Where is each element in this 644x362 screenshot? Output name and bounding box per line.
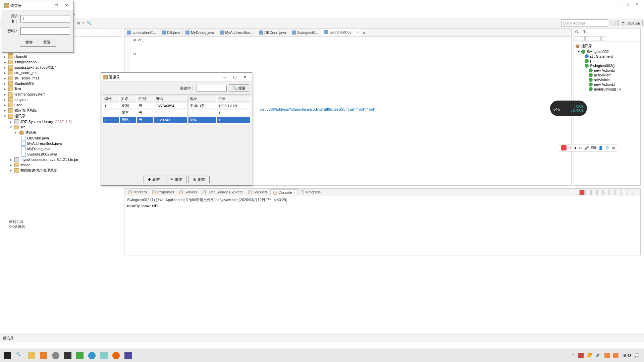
out-hide-icon[interactable] [580, 36, 585, 41]
table-header[interactable]: 生日 [217, 96, 250, 102]
outline-member[interactable]: actionPerf [575, 73, 639, 77]
app-icon[interactable] [74, 350, 86, 361]
outline-pkg[interactable]: 📦通讯录 [575, 43, 639, 49]
tray-icon[interactable] [604, 353, 610, 358]
clock[interactable]: 16:43 [622, 354, 631, 358]
project-node[interactable]: ▸ssmjtsstglxthsg7585X1B4 [3, 65, 121, 70]
editor-tab[interactable]: MyDialog.java [183, 29, 217, 36]
search-button[interactable]: 🔍 搜索 [229, 84, 249, 92]
table-row[interactable]: 2张三男11111 [103, 110, 250, 116]
perspective-javaee[interactable]: ☕ Java EE [619, 20, 643, 26]
table-header[interactable]: 电话 [154, 96, 187, 102]
tray-icon[interactable] [613, 353, 619, 358]
wifi-icon[interactable]: 📶 [587, 353, 592, 358]
outline-member[interactable]: {...} [575, 59, 639, 63]
editor-tab[interactable]: Swingtest002...× [321, 29, 362, 36]
app-icon[interactable] [38, 350, 50, 361]
maximize-button[interactable]: ▢ [623, 2, 632, 8]
tray-icon[interactable] [578, 353, 584, 358]
editor-tab[interactable]: Swingtest0... [289, 29, 321, 36]
table-row[interactable]: 3测试男1123243测试1 [103, 117, 250, 123]
password-input[interactable] [20, 27, 70, 35]
min-icon[interactable] [628, 190, 633, 195]
outline-member[interactable]: new ActionLi [575, 68, 639, 73]
submit-button[interactable]: 提交 [20, 38, 38, 47]
scroll-lock-icon[interactable] [597, 190, 603, 195]
start-button[interactable] [1, 350, 13, 361]
edit-button[interactable]: ✎ 修改 [166, 176, 186, 183]
open-console-icon[interactable] [622, 190, 627, 195]
link-editor-icon[interactable] [109, 30, 114, 35]
close-button[interactable]: ✕ [632, 2, 641, 8]
table-header[interactable]: 编号 [103, 96, 119, 102]
terminate-icon[interactable] [579, 190, 585, 195]
collapse-all-icon[interactable] [103, 30, 108, 35]
project-node[interactable]: ▸skaoshi [3, 54, 121, 59]
out-public-icon[interactable] [601, 36, 606, 41]
login-maximize-button[interactable]: ▢ [51, 3, 61, 9]
app-icon[interactable] [50, 350, 62, 361]
firefox-icon[interactable] [110, 350, 122, 361]
notification-icon[interactable]: 💬 [635, 353, 639, 358]
editor-tab[interactable]: applicationC... [124, 29, 159, 36]
project-node[interactable]: ▸ssmgrogshop [3, 59, 121, 65]
outline-member[interactable]: new ActionLi [575, 82, 639, 87]
console-tab[interactable]: 📋 Progress [298, 189, 323, 195]
view-menu-icon[interactable] [115, 30, 120, 35]
perspective-switcher-icon[interactable]: ⊞ [610, 20, 618, 26]
username-input[interactable] [20, 15, 70, 22]
remove-launch-icon[interactable] [585, 190, 591, 195]
table-header[interactable]: 性别 [137, 96, 153, 102]
outline-member[interactable]: setVisible [575, 77, 639, 82]
login-minimize-button[interactable]: — [41, 3, 51, 9]
addr-close-button[interactable]: ✕ [240, 74, 250, 80]
console-tab[interactable]: 📋 Data Source Explorer [200, 189, 245, 195]
ime-lang[interactable]: 中 [569, 145, 572, 150]
contacts-table[interactable]: 编号姓名性别电话地址生日 1夏利男165746854中国山东1996.12.20… [102, 95, 251, 124]
out-filter-icon[interactable] [585, 36, 590, 41]
search-icon[interactable]: 🔍 [13, 350, 25, 361]
outline-member[interactable]: Swingtest002() [575, 63, 639, 68]
console-tab[interactable]: 📋 Markers [126, 189, 149, 195]
addr-maximize-button[interactable]: ▢ [230, 74, 240, 80]
table-header[interactable]: 地址 [188, 96, 216, 102]
edge-icon[interactable] [86, 350, 98, 361]
out-fields-icon[interactable] [591, 36, 595, 41]
outline-member[interactable]: st : Statement [575, 54, 639, 59]
editor-tab[interactable]: DB.java [159, 29, 183, 36]
outline-class[interactable]: ▾Swingtest002 [575, 49, 639, 54]
console-tab[interactable]: 📋 Servers [177, 189, 199, 195]
ime-toolbar[interactable]: 中 ●☺🎤⌨👤👕⊞ [559, 144, 617, 152]
minimize-button[interactable]: — [613, 2, 623, 8]
outline-member[interactable]: main(String[]) : v [575, 87, 639, 92]
table-header[interactable]: 姓名 [120, 96, 136, 102]
editor-tab[interactable]: DBConn.java [256, 29, 289, 36]
add-button[interactable]: ⊕ 新增 [144, 176, 164, 183]
clear-console-icon[interactable] [603, 190, 609, 195]
console-tab[interactable]: 📋 Console × [270, 189, 298, 195]
volume-icon[interactable]: 🔊 [596, 353, 601, 358]
max-icon[interactable] [634, 190, 639, 195]
network-monitor-widget[interactable]: 64% ↑ 0K/s ↓ 0.4K/s [550, 101, 587, 116]
pin-console-icon[interactable] [609, 190, 615, 195]
console-tab[interactable]: 📋 Properties [150, 189, 176, 195]
tray-chevron-icon[interactable]: ⌃ [572, 353, 575, 358]
app-icon[interactable] [62, 350, 74, 361]
outline-tab[interactable]: O... [575, 30, 581, 34]
reset-button[interactable]: 重置 [38, 38, 56, 47]
delete-button[interactable]: 🗑 删除 [189, 176, 210, 183]
eclipse-taskbar-icon[interactable] [122, 350, 134, 361]
out-static-icon[interactable] [596, 36, 601, 41]
display-console-icon[interactable] [615, 190, 621, 195]
out-sort-icon[interactable] [575, 36, 579, 41]
tb-newclass-icon[interactable]: © [75, 20, 82, 26]
tasklist-tab[interactable]: T... [583, 30, 588, 34]
addr-minimize-button[interactable]: — [220, 74, 230, 80]
keyword-input[interactable] [197, 85, 227, 92]
editor-tab[interactable]: MyAddressBoo... [217, 29, 256, 36]
table-row[interactable]: 1夏利男165746854中国山东1996.12.20 [103, 103, 250, 109]
tb-search-icon[interactable]: 🔍 [86, 20, 93, 26]
login-close-button[interactable]: ✕ [61, 3, 71, 9]
quick-access-input[interactable]: Quick Access [561, 19, 608, 27]
removeall-icon[interactable] [591, 190, 597, 195]
